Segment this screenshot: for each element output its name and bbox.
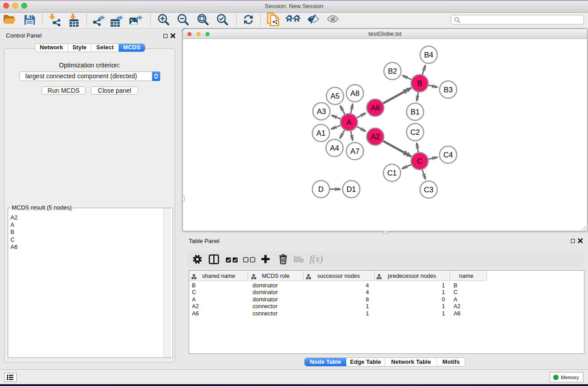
svg-text:A: A [346, 118, 351, 126]
svg-text:B3: B3 [444, 86, 453, 94]
svg-text:A3: A3 [317, 107, 326, 115]
svg-text:A4: A4 [330, 144, 339, 152]
svg-text:A5: A5 [330, 92, 339, 100]
svg-text:B1: B1 [411, 108, 420, 116]
svg-text:B: B [417, 79, 422, 87]
svg-text:A7: A7 [350, 147, 359, 155]
svg-text:B2: B2 [388, 67, 397, 75]
svg-text:C1: C1 [387, 169, 397, 177]
svg-text:C2: C2 [410, 128, 420, 136]
svg-text:A2: A2 [371, 133, 380, 141]
svg-text:D1: D1 [346, 185, 356, 193]
svg-text:A8: A8 [350, 89, 359, 97]
svg-text:C4: C4 [443, 151, 453, 159]
svg-text:D: D [318, 185, 324, 193]
svg-text:C3: C3 [424, 186, 433, 194]
svg-text:A1: A1 [316, 129, 325, 137]
svg-text:B4: B4 [424, 51, 433, 59]
svg-text:C: C [417, 157, 422, 165]
svg-text:A6: A6 [371, 104, 380, 112]
